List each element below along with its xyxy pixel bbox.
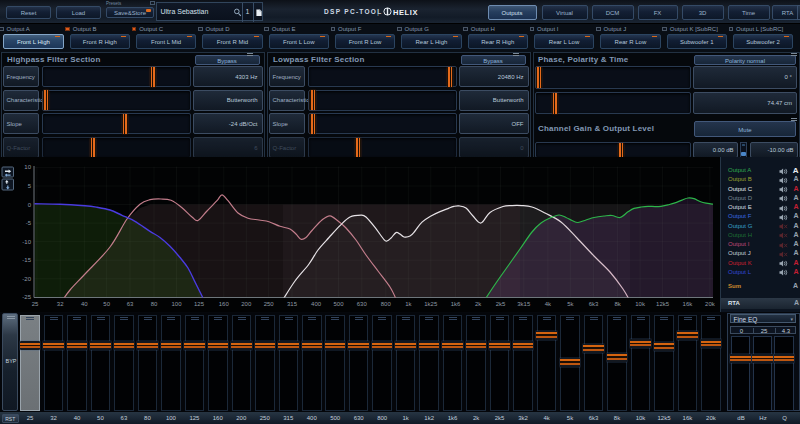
svg-text:12k5: 12k5 <box>656 301 670 307</box>
svg-text:80: 80 <box>151 301 158 307</box>
svg-text:16k: 16k <box>683 301 694 307</box>
svg-text:630: 630 <box>357 301 368 307</box>
svg-text:-5: -5 <box>26 220 32 226</box>
svg-text:5k: 5k <box>567 301 574 307</box>
svg-text:160: 160 <box>219 301 230 307</box>
svg-text:1k6: 1k6 <box>451 301 461 307</box>
svg-text:8k: 8k <box>614 301 621 307</box>
svg-text:25: 25 <box>32 301 39 307</box>
svg-text:40: 40 <box>81 301 88 307</box>
svg-text:125: 125 <box>194 301 205 307</box>
svg-text:800: 800 <box>381 301 392 307</box>
svg-text:-10: -10 <box>22 239 31 245</box>
svg-text:10k: 10k <box>635 301 646 307</box>
svg-text:63: 63 <box>127 301 134 307</box>
svg-text:6k3: 6k3 <box>589 301 599 307</box>
svg-text:4k: 4k <box>545 301 552 307</box>
svg-text:2k: 2k <box>475 301 482 307</box>
svg-text:2k5: 2k5 <box>496 301 506 307</box>
svg-text:500: 500 <box>333 301 344 307</box>
svg-text:3k15: 3k15 <box>517 301 531 307</box>
svg-text:1k25: 1k25 <box>424 301 438 307</box>
svg-text:315: 315 <box>287 301 298 307</box>
svg-text:-25: -25 <box>22 294 31 300</box>
svg-text:-20: -20 <box>22 276 31 282</box>
svg-text:400: 400 <box>311 301 322 307</box>
svg-text:32: 32 <box>57 301 64 307</box>
svg-text:10: 10 <box>24 164 31 170</box>
svg-text:50: 50 <box>103 301 110 307</box>
svg-text:100: 100 <box>171 301 182 307</box>
svg-text:20k: 20k <box>705 301 716 307</box>
svg-text:200: 200 <box>241 301 252 307</box>
svg-text:-15: -15 <box>22 257 31 263</box>
svg-text:1k: 1k <box>405 301 412 307</box>
svg-text:250: 250 <box>264 301 275 307</box>
